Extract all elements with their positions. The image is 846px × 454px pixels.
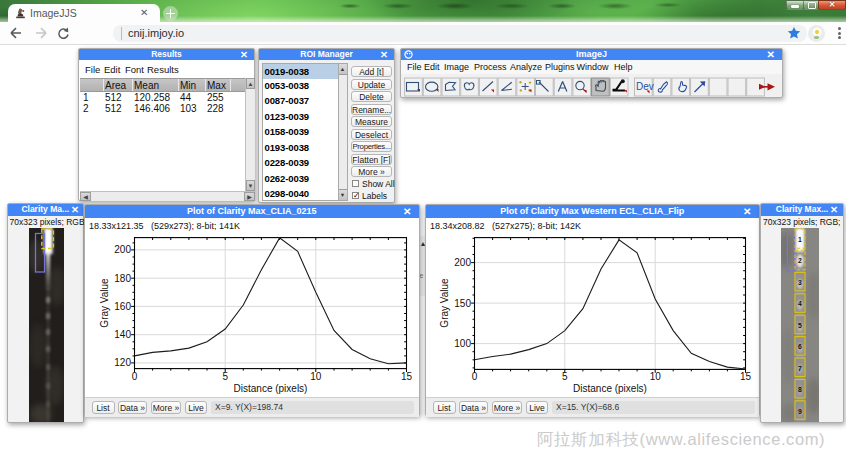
svg-text:100: 100 bbox=[454, 338, 471, 349]
svg-text:200: 200 bbox=[454, 257, 471, 268]
svg-text:6: 6 bbox=[798, 343, 802, 350]
svg-text:Distance (pixels): Distance (pixels) bbox=[573, 383, 647, 394]
svg-text:1: 1 bbox=[798, 236, 802, 243]
svg-text:5: 5 bbox=[798, 322, 802, 329]
svg-text:15: 15 bbox=[401, 371, 413, 382]
svg-text:160: 160 bbox=[114, 301, 131, 312]
svg-text:200: 200 bbox=[114, 244, 131, 255]
svg-text:9: 9 bbox=[798, 408, 802, 415]
svg-text:140: 140 bbox=[114, 329, 131, 340]
svg-text:7: 7 bbox=[798, 365, 802, 372]
svg-text:0: 0 bbox=[132, 371, 138, 382]
svg-text:3: 3 bbox=[798, 279, 802, 286]
svg-text:2: 2 bbox=[798, 257, 802, 264]
svg-text:Gray Value: Gray Value bbox=[439, 278, 450, 328]
svg-text:15: 15 bbox=[740, 371, 752, 382]
svg-text:Gray Value: Gray Value bbox=[99, 278, 110, 328]
svg-text:150: 150 bbox=[454, 298, 471, 309]
svg-text:5: 5 bbox=[222, 371, 228, 382]
svg-text:180: 180 bbox=[114, 273, 131, 284]
svg-text:Dev: Dev bbox=[636, 81, 654, 92]
svg-text:8: 8 bbox=[798, 386, 802, 393]
svg-text:120: 120 bbox=[114, 357, 131, 368]
svg-text:10: 10 bbox=[650, 371, 662, 382]
svg-text:5: 5 bbox=[562, 371, 568, 382]
svg-text:0: 0 bbox=[472, 371, 478, 382]
svg-text:4: 4 bbox=[798, 300, 802, 307]
svg-text:10: 10 bbox=[310, 371, 322, 382]
svg-text:Distance (pixels): Distance (pixels) bbox=[234, 383, 308, 394]
